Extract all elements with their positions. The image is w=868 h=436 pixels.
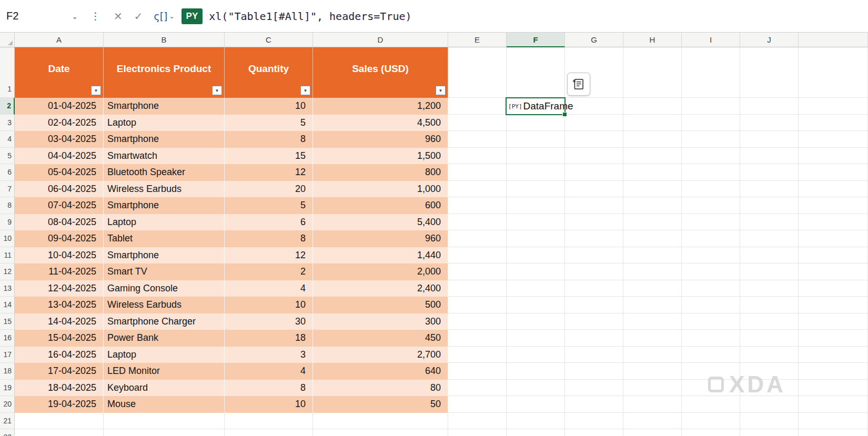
cell-empty[interactable] xyxy=(448,297,507,313)
cell-empty[interactable] xyxy=(565,429,623,436)
cell-date[interactable]: 13-04-2025 xyxy=(15,297,104,313)
cell-empty[interactable] xyxy=(740,230,799,247)
cell-empty[interactable] xyxy=(623,280,682,297)
cell-empty[interactable] xyxy=(565,197,623,214)
cell-sales[interactable] xyxy=(313,413,448,430)
cell-empty[interactable] xyxy=(507,297,565,313)
cell-sales[interactable]: 1,440 xyxy=(313,247,448,264)
cell-sales[interactable]: 50 xyxy=(313,396,448,413)
cell-product[interactable]: Laptop xyxy=(104,347,225,363)
cell-date[interactable]: 09-04-2025 xyxy=(15,230,104,247)
cell-empty[interactable] xyxy=(623,47,682,98)
row-number[interactable]: 3 xyxy=(0,115,15,131)
cell-date[interactable]: 19-04-2025 xyxy=(15,396,104,413)
cell-empty[interactable] xyxy=(682,280,740,297)
cell-empty[interactable] xyxy=(565,313,623,330)
cell-date[interactable]: 10-04-2025 xyxy=(15,247,104,264)
cell-empty[interactable] xyxy=(448,396,507,413)
cell-date[interactable]: 12-04-2025 xyxy=(15,280,104,297)
header-cell-product[interactable]: Electronics Product ▼ xyxy=(104,47,225,98)
cell-empty[interactable] xyxy=(507,429,565,436)
cell-empty[interactable] xyxy=(740,47,799,98)
cell-empty[interactable] xyxy=(623,164,682,181)
chevron-down-icon[interactable]: ⌄ xyxy=(72,12,78,21)
cell-empty[interactable] xyxy=(740,280,799,297)
cell-date[interactable]: 07-04-2025 xyxy=(15,197,104,214)
cell-empty[interactable] xyxy=(448,280,507,297)
cell-empty[interactable] xyxy=(507,47,565,98)
cell-product[interactable]: Power Bank xyxy=(104,330,225,347)
cell-empty[interactable] xyxy=(740,263,799,280)
cell-sales[interactable]: 960 xyxy=(313,131,448,148)
cell-quantity[interactable]: 8 xyxy=(225,230,313,247)
cell-empty[interactable] xyxy=(623,131,682,148)
active-cell-f2[interactable]: PY DataFrame xyxy=(506,97,566,115)
cell-empty[interactable] xyxy=(565,396,623,413)
row-number[interactable]: 21 xyxy=(0,413,15,430)
column-header-h[interactable]: H xyxy=(623,33,682,47)
cell-empty[interactable] xyxy=(623,197,682,214)
cell-empty[interactable] xyxy=(507,214,565,231)
row-number[interactable]: 13 xyxy=(0,280,15,297)
cell-quantity[interactable]: 8 xyxy=(225,380,313,397)
cell-empty[interactable] xyxy=(448,115,507,131)
cell-sales[interactable]: 450 xyxy=(313,330,448,347)
row-number[interactable]: 14 xyxy=(0,297,15,313)
cell-empty[interactable] xyxy=(740,429,799,436)
column-header-c[interactable]: C xyxy=(225,33,313,47)
cell-empty[interactable] xyxy=(448,347,507,363)
column-header-g[interactable]: G xyxy=(565,33,623,47)
cell-empty[interactable] xyxy=(448,363,507,380)
row-number[interactable]: 15 xyxy=(0,313,15,330)
cell-empty[interactable] xyxy=(565,148,623,165)
cell-date[interactable]: 18-04-2025 xyxy=(15,380,104,397)
row-number[interactable]: 8 xyxy=(0,197,15,214)
cell-sales[interactable]: 2,000 xyxy=(313,263,448,280)
cell-empty[interactable] xyxy=(682,115,740,131)
cell-product[interactable] xyxy=(104,413,225,430)
cell-empty[interactable] xyxy=(507,131,565,148)
cell-empty[interactable] xyxy=(565,131,623,148)
cell-product[interactable] xyxy=(104,429,225,436)
cell-date[interactable] xyxy=(15,429,104,436)
filter-button[interactable]: ▼ xyxy=(436,86,446,95)
column-header-b[interactable]: B xyxy=(104,33,225,47)
cell-product[interactable]: Keyboard xyxy=(104,380,225,397)
cell-empty[interactable] xyxy=(682,197,740,214)
column-header-f[interactable]: F xyxy=(507,33,565,47)
name-box[interactable]: F2 ⌄ xyxy=(0,0,83,33)
cell-product[interactable]: Smartphone xyxy=(104,98,225,115)
column-header-e[interactable]: E xyxy=(448,33,507,47)
cell-empty[interactable] xyxy=(740,148,799,165)
cell-date[interactable]: 08-04-2025 xyxy=(15,214,104,231)
cell-empty[interactable] xyxy=(682,330,740,347)
filter-button[interactable]: ▼ xyxy=(212,86,222,95)
cell-date[interactable]: 16-04-2025 xyxy=(15,347,104,363)
cell-date[interactable]: 11-04-2025 xyxy=(15,263,104,280)
cell-empty[interactable] xyxy=(623,396,682,413)
cell-empty[interactable] xyxy=(565,347,623,363)
cell-empty[interactable] xyxy=(682,347,740,363)
cell-sales[interactable]: 960 xyxy=(313,230,448,247)
row-number[interactable]: 1 xyxy=(0,47,15,98)
cell-quantity[interactable]: 10 xyxy=(225,98,313,115)
cell-quantity[interactable]: 10 xyxy=(225,396,313,413)
cell-empty[interactable] xyxy=(623,330,682,347)
cell-product[interactable]: Gaming Console xyxy=(104,280,225,297)
cell-empty[interactable] xyxy=(682,131,740,148)
cell-product[interactable]: Smartphone xyxy=(104,131,225,148)
cell-empty[interactable] xyxy=(565,214,623,231)
cell-empty[interactable] xyxy=(623,98,682,115)
enter-icon[interactable]: ✓ xyxy=(128,10,149,23)
cell-empty[interactable] xyxy=(565,263,623,280)
row-number[interactable]: 20 xyxy=(0,396,15,413)
cell-empty[interactable] xyxy=(448,181,507,198)
cell-empty[interactable] xyxy=(623,347,682,363)
cell-date[interactable]: 03-04-2025 xyxy=(15,131,104,148)
cell-empty[interactable] xyxy=(507,330,565,347)
row-number[interactable]: 19 xyxy=(0,380,15,397)
row-number[interactable]: 16 xyxy=(0,330,15,347)
cell-empty[interactable] xyxy=(740,164,799,181)
cell-empty[interactable] xyxy=(448,131,507,148)
cell-empty[interactable] xyxy=(682,148,740,165)
